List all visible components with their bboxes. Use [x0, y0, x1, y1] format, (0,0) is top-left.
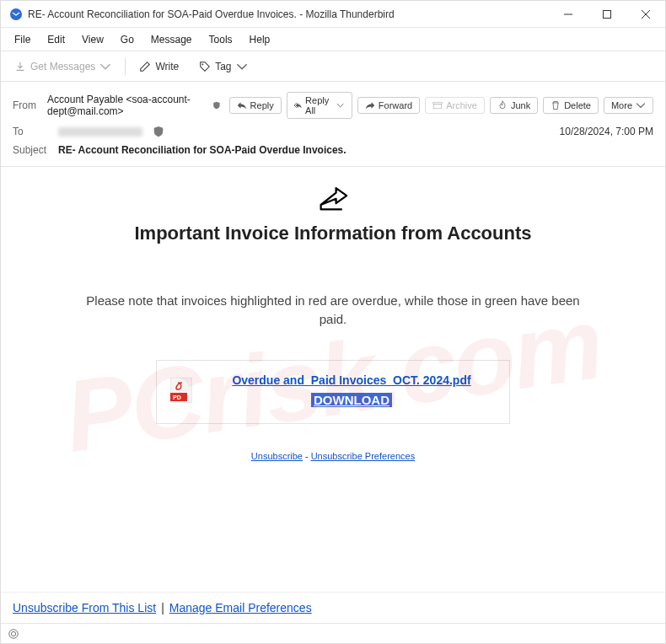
attachment-link[interactable]: Overdue and_Paid Invoices_OCT. 2024.pdf [232, 373, 470, 387]
svg-point-0 [10, 8, 22, 20]
menu-go[interactable]: Go [114, 31, 141, 48]
status-icon[interactable] [8, 628, 19, 640]
title-bar[interactable]: RE- Account Reconciliation for SOA-Paid … [1, 1, 665, 28]
app-window: RE- Account Reconciliation for SOA-Paid … [0, 0, 666, 644]
pdf-icon: PD [170, 378, 192, 403]
unsubscribe-row: Unsubscribe-Unsubscribe Preferences [51, 451, 615, 461]
menu-file[interactable]: File [8, 31, 37, 48]
shield-icon [153, 126, 164, 137]
chevron-down-icon [336, 100, 344, 110]
reply-button[interactable]: Reply [229, 97, 282, 114]
svg-rect-2 [604, 10, 611, 18]
svg-text:PD: PD [173, 394, 181, 400]
subject-label: Subject [13, 144, 50, 156]
maximize-button[interactable] [588, 1, 626, 28]
from-label: From [13, 99, 39, 111]
reply-all-icon [294, 100, 302, 110]
separator [125, 58, 126, 75]
thunderbird-icon [9, 8, 23, 21]
menu-view[interactable]: View [75, 31, 110, 48]
footer-manage-link[interactable]: Manage Email Preferences [169, 601, 312, 614]
footer-links: Unsubscribe From This List|Manage Email … [1, 592, 665, 623]
to-label: To [13, 126, 50, 137]
close-button[interactable] [626, 1, 665, 28]
download-button[interactable]: DOWNLOAD [311, 393, 392, 407]
svg-point-12 [9, 629, 19, 638]
tag-icon [199, 61, 211, 72]
window-title: RE- Account Reconciliation for SOA-Paid … [28, 8, 549, 20]
get-messages-button[interactable]: Get Messages [8, 57, 118, 76]
menu-tools[interactable]: Tools [202, 31, 239, 48]
shield-icon [212, 99, 221, 111]
chevron-down-icon [99, 61, 111, 72]
unsubscribe-prefs-link[interactable]: Unsubscribe Preferences [311, 451, 416, 461]
archive-button[interactable]: Archive [425, 97, 485, 114]
more-button[interactable]: More [604, 97, 653, 114]
attachment-box: PD Overdue and_Paid Invoices_OCT. 2024.p… [156, 360, 510, 424]
trash-icon [551, 100, 561, 110]
menu-message[interactable]: Message [144, 31, 199, 48]
message-header: From Account Payable <soa-account-dept@m… [1, 82, 665, 167]
main-toolbar: Get Messages Write Tag [1, 51, 665, 82]
svg-point-5 [202, 63, 204, 65]
reply-icon [237, 100, 247, 110]
message-date: 10/28/2024, 7:00 PM [560, 126, 653, 137]
menu-edit[interactable]: Edit [40, 31, 72, 48]
menu-bar: File Edit View Go Message Tools Help [1, 28, 665, 51]
flame-icon [497, 100, 508, 110]
redacted-recipient [58, 127, 142, 137]
tag-button[interactable]: Tag [192, 57, 254, 76]
reply-all-button[interactable]: Reply All [287, 92, 352, 119]
to-value[interactable] [58, 126, 142, 137]
chevron-down-icon [236, 61, 248, 72]
pencil-icon [139, 61, 151, 72]
forward-button[interactable]: Forward [357, 97, 420, 114]
share-icon [51, 182, 615, 216]
delete-button[interactable]: Delete [543, 97, 599, 114]
forward-icon [365, 100, 375, 110]
minimize-button[interactable] [549, 1, 588, 28]
from-value[interactable]: Account Payable <soa-account-dept@mail.c… [47, 94, 202, 117]
svg-rect-7 [434, 105, 442, 109]
footer-unsubscribe-link[interactable]: Unsubscribe From This List [13, 601, 156, 614]
email-paragraph: Please note that invoices highlighted in… [85, 292, 581, 330]
archive-icon [432, 100, 443, 110]
status-bar [1, 623, 665, 643]
menu-help[interactable]: Help [243, 31, 277, 48]
write-button[interactable]: Write [132, 57, 185, 76]
subject-value: RE- Account Reconciliation for SOA-Paid … [58, 144, 346, 156]
unsubscribe-link[interactable]: Unsubscribe [251, 451, 303, 461]
chevron-down-icon [636, 100, 646, 110]
download-icon [14, 61, 26, 72]
email-heading: Important Invoice Information from Accou… [131, 221, 535, 246]
junk-button[interactable]: Junk [490, 97, 538, 114]
message-body: PCrisk.com Important Invoice Information… [1, 167, 665, 592]
action-buttons: Reply Reply All Forward Archive Junk Del… [229, 92, 653, 119]
svg-point-11 [11, 631, 15, 636]
